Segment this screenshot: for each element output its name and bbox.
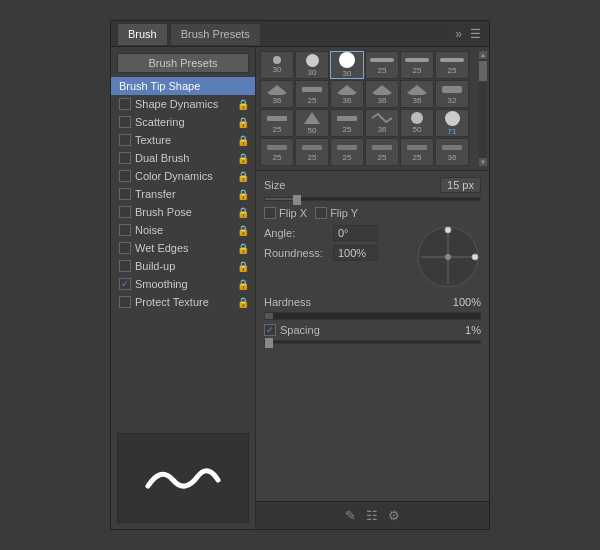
brush-tool-icon[interactable]: ✎: [345, 508, 356, 523]
scroll-up-btn[interactable]: ▲: [479, 51, 487, 59]
brush-size-num: 36: [343, 96, 352, 105]
brush-size-num: 30: [343, 69, 352, 78]
sidebar-item-build-up[interactable]: Build-up 🔒: [111, 257, 255, 275]
scroll-thumb[interactable]: [479, 61, 487, 81]
brush-cell[interactable]: 25: [295, 138, 329, 166]
flip-x-cb[interactable]: [264, 207, 276, 219]
brush-shape: [300, 111, 324, 125]
sidebar-item-brush-pose[interactable]: Brush Pose 🔒: [111, 203, 255, 221]
sidebar-item-scattering[interactable]: Scattering 🔒: [111, 113, 255, 131]
sidebar-list: Brush Tip Shape Shape Dynamics 🔒 Scatter…: [111, 77, 255, 427]
brush-size-num: 25: [448, 66, 457, 75]
brush-cell[interactable]: 25: [330, 109, 364, 137]
brush-size-num: 32: [448, 96, 457, 105]
spacing-slider[interactable]: [264, 340, 481, 344]
brush-cell[interactable]: 25: [400, 138, 434, 166]
sidebar-item-transfer[interactable]: Transfer 🔒: [111, 185, 255, 203]
slider-thumb[interactable]: [293, 195, 301, 205]
brush-cell[interactable]: 25: [260, 109, 294, 137]
angle-dial[interactable]: [416, 225, 481, 290]
texture-checkbox[interactable]: [119, 134, 131, 146]
brush-cell[interactable]: 25: [295, 80, 329, 108]
brush-size-num: 25: [343, 125, 352, 134]
sidebar-item-shape-dynamics[interactable]: Shape Dynamics 🔒: [111, 95, 255, 113]
brush-stroke-svg: [370, 55, 394, 65]
angle-value[interactable]: 0°: [333, 225, 378, 241]
flip-x-checkbox[interactable]: Flip X: [264, 207, 307, 219]
brush-cell[interactable]: 36: [260, 80, 294, 108]
svg-rect-2: [440, 58, 464, 62]
smoothing-checkbox[interactable]: [119, 278, 131, 290]
brush-scrollbar[interactable]: ▲ ▼: [479, 51, 487, 166]
lock-icon: 🔒: [237, 243, 249, 254]
roundness-value[interactable]: 100%: [333, 245, 378, 261]
sidebar-item-brush-tip-shape[interactable]: Brush Tip Shape: [111, 77, 255, 95]
brush-cell[interactable]: 36: [330, 80, 364, 108]
dual-brush-checkbox[interactable]: [119, 152, 131, 164]
sidebar-item-noise[interactable]: Noise 🔒: [111, 221, 255, 239]
sidebar-item-protect-texture[interactable]: Protect Texture 🔒: [111, 293, 255, 311]
sidebar-item-texture[interactable]: Texture 🔒: [111, 131, 255, 149]
expand-icon[interactable]: »: [453, 25, 464, 43]
sidebar-item-dual-brush[interactable]: Dual Brush 🔒: [111, 149, 255, 167]
scroll-down-btn[interactable]: ▼: [479, 158, 487, 166]
noise-checkbox[interactable]: [119, 224, 131, 236]
right-panel: 30 30 30: [256, 47, 489, 529]
protect-texture-checkbox[interactable]: [119, 296, 131, 308]
spacing-checkbox[interactable]: [264, 324, 276, 336]
svg-marker-5: [337, 85, 357, 95]
transfer-checkbox[interactable]: [119, 188, 131, 200]
brush-cell[interactable]: 25: [330, 138, 364, 166]
hardness-scrollbar[interactable]: [264, 312, 481, 320]
brush-row: 25 25 25: [260, 138, 473, 166]
brush-cell-selected[interactable]: 30: [330, 51, 364, 79]
build-up-checkbox[interactable]: [119, 260, 131, 272]
hardness-label: Hardness: [264, 296, 453, 308]
brush-cell[interactable]: 30: [260, 51, 294, 79]
size-slider[interactable]: [264, 197, 481, 201]
brush-cell[interactable]: 36: [365, 109, 399, 137]
lock-icon: 🔒: [237, 99, 249, 110]
menu-icon[interactable]: ☰: [468, 25, 483, 43]
flip-y-cb[interactable]: [315, 207, 327, 219]
brush-size-num: 36: [413, 96, 422, 105]
dial-svg: [416, 225, 481, 290]
brush-stroke-svg: [405, 55, 429, 65]
brush-cell[interactable]: 36: [435, 138, 469, 166]
brush-shape: [370, 112, 394, 124]
brush-preview: [117, 433, 249, 523]
brush-cell[interactable]: 32: [435, 80, 469, 108]
size-value[interactable]: 15 px: [440, 177, 481, 193]
tab-brush[interactable]: Brush: [117, 23, 168, 45]
color-dynamics-checkbox[interactable]: [119, 170, 131, 182]
slider-thumb[interactable]: [265, 338, 273, 348]
brush-cell[interactable]: 71: [435, 109, 469, 137]
flip-y-checkbox[interactable]: Flip Y: [315, 207, 358, 219]
brush-pose-checkbox[interactable]: [119, 206, 131, 218]
tab-brush-presets[interactable]: Brush Presets: [170, 23, 261, 45]
wet-edges-checkbox[interactable]: [119, 242, 131, 254]
svg-point-22: [472, 254, 478, 260]
sidebar-item-smoothing[interactable]: Smoothing 🔒: [111, 275, 255, 293]
svg-rect-0: [370, 58, 394, 62]
brush-cell[interactable]: 25: [365, 51, 399, 79]
brush-cell[interactable]: 25: [365, 138, 399, 166]
grid-view-icon[interactable]: ☷: [366, 508, 378, 523]
shape-dynamics-checkbox[interactable]: [119, 98, 131, 110]
brush-svg: [265, 83, 289, 95]
lock-icon: 🔒: [237, 117, 249, 128]
sidebar-item-wet-edges[interactable]: Wet Edges 🔒: [111, 239, 255, 257]
preset-button[interactable]: Brush Presets: [117, 53, 249, 73]
brush-cell[interactable]: 50: [400, 109, 434, 137]
brush-cell[interactable]: 50: [295, 109, 329, 137]
scattering-checkbox[interactable]: [119, 116, 131, 128]
brush-cell[interactable]: 36: [365, 80, 399, 108]
settings-icon[interactable]: ⚙: [388, 508, 400, 523]
brush-cell[interactable]: 25: [260, 138, 294, 166]
brush-cell[interactable]: 30: [295, 51, 329, 79]
brush-cell[interactable]: 36: [400, 80, 434, 108]
sidebar-item-color-dynamics[interactable]: Color Dynamics 🔒: [111, 167, 255, 185]
hardness-scroll-thumb[interactable]: [265, 313, 273, 319]
brush-cell[interactable]: 25: [400, 51, 434, 79]
brush-cell[interactable]: 25: [435, 51, 469, 79]
